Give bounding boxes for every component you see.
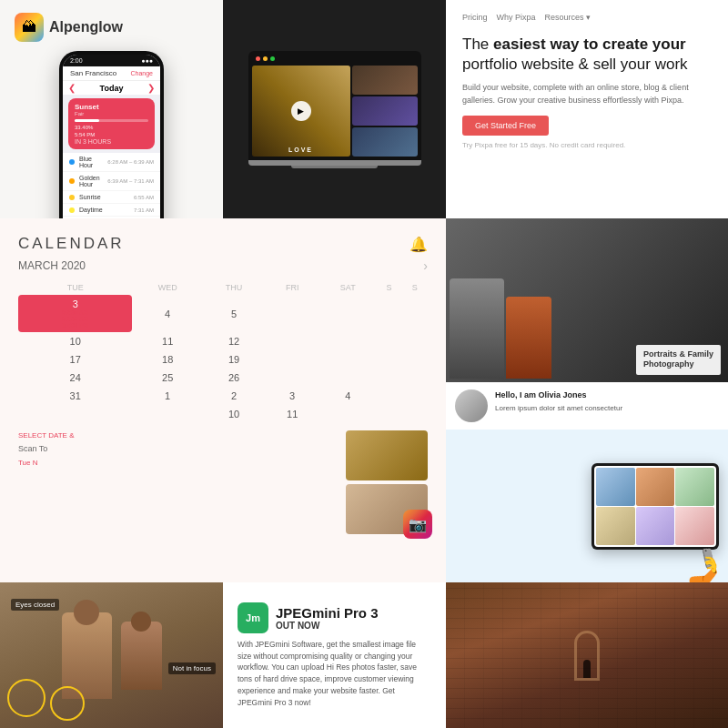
portfolio-sub: Build your website, complete with an onl…: [462, 82, 712, 106]
minimize-dot: [263, 56, 268, 61]
cal-day-4b[interactable]: 4: [319, 387, 376, 405]
calendar-bottom: SELECT DATE & Scan To Tue N 📷 ✦: [18, 430, 428, 534]
weekday-sun2: S: [402, 280, 428, 295]
cal-day-e2: -: [265, 332, 319, 350]
cal-day-19[interactable]: 19: [203, 350, 265, 369]
face-circle-1: [7, 679, 46, 717]
cal-day-4[interactable]: 4: [132, 295, 203, 332]
calendar-next-btn[interactable]: ›: [423, 258, 428, 273]
get-started-button[interactable]: Get Started Free: [462, 116, 549, 136]
cal-day-31[interactable]: 31: [18, 387, 132, 405]
list-item: Golden Hour 6:39 AM – 7:31 AM: [63, 172, 160, 191]
face-circle-2: [50, 686, 85, 721]
schedule-item-2: Scan To: [18, 444, 328, 453]
iphone-progress-track: [75, 119, 148, 122]
jpegmini-title-wrap: JPEGmini Pro 3 OUT NOW: [276, 605, 379, 631]
weekday-fri: FRI: [265, 280, 319, 295]
cal-day-10b[interactable]: 10: [203, 405, 265, 423]
iphone-screen: 2:00 ●●● San Francisco Change ❮ Today ❯ …: [63, 55, 160, 218]
jpegmini-header: Jm JPEGmini Pro 3 OUT NOW: [238, 602, 431, 633]
list-item: Daytime 7:31 AM: [63, 204, 160, 217]
alpenglow-title: Alpenglow: [49, 19, 123, 35]
building-background: [446, 582, 728, 728]
panel-video-editor: ▶ LOVE: [223, 0, 446, 218]
jpegmini-title: JPEGmini Pro 3: [276, 605, 379, 621]
photographer-name: Hello, I am Olivia Jones: [495, 389, 622, 401]
cal-day-e12: -: [376, 369, 401, 387]
cal-day-e10: -: [265, 369, 319, 387]
iphone-sunset-pct: 33.40%: [75, 125, 148, 130]
photo-hero: Portraits & Family Photography: [446, 218, 728, 382]
nav-pricing[interactable]: Pricing: [462, 13, 488, 22]
photographer-desc: Lorem ipsum dolor sit amet consectetur: [495, 404, 622, 412]
cal-day-2[interactable]: 2: [203, 387, 265, 405]
panel-jpegmini: Jm JPEGmini Pro 3 OUT NOW With JPEGmini …: [223, 582, 446, 728]
alpenglow-logo-icon: 🏔: [15, 13, 44, 42]
cal-day-17[interactable]: 17: [18, 350, 132, 369]
cal-day-25[interactable]: 25: [132, 369, 203, 387]
cal-day-e7: -: [319, 350, 376, 369]
person-silhouette: [583, 660, 591, 678]
item-time: 6:55 AM: [134, 195, 154, 200]
cal-day-12[interactable]: 12: [203, 332, 265, 350]
calendar-month-nav: MARCH 2020 ›: [18, 258, 428, 273]
jpegmini-description: With JPEGmini Software, get the smallest…: [238, 639, 431, 709]
item-label: Sunrise: [79, 194, 129, 200]
cal-day-3[interactable]: 308:30 AM08:35 AM10:30 PM: [18, 295, 132, 332]
laptop-foot: [291, 166, 378, 168]
cal-day-11[interactable]: 11: [132, 332, 203, 350]
item-time: 6:39 AM – 7:31 AM: [107, 178, 154, 184]
cal-day-e5: -: [402, 332, 428, 350]
cal-day-5[interactable]: 5: [203, 295, 265, 332]
iphone-change-btn[interactable]: Change: [130, 70, 153, 76]
instagram-badge[interactable]: 📷: [403, 510, 432, 539]
cal-day-18[interactable]: 18: [132, 350, 203, 369]
weekday-thu: THU: [203, 280, 265, 295]
cal-day-e17: -: [319, 405, 376, 423]
panel-alpenglow: 🏔 Alpenglow 2:00 ●●● San Francisco Chang…: [0, 0, 223, 218]
tablet-photo-4: [596, 507, 635, 545]
cal-day-11b[interactable]: 11: [265, 405, 319, 423]
jpegmini-logo: Jm: [238, 602, 268, 633]
cal-day-u: U: [18, 405, 132, 423]
iphone-location-row: San Francisco Change: [63, 66, 160, 81]
cal-day-e15: -: [402, 387, 428, 405]
calendar-table: TUE WED THU FRI SAT S S 308:30 AM08:35 A…: [18, 280, 428, 423]
cal-day-3b[interactable]: 3: [265, 387, 319, 405]
iphone-prev-btn[interactable]: ❮: [68, 83, 76, 93]
cal-day-26[interactable]: 26: [203, 369, 265, 387]
nav-resources[interactable]: Resources ▾: [545, 13, 592, 22]
panel-face-detection: Eyes closed Not in focus: [0, 582, 223, 728]
cal-day-1[interactable]: 1: [132, 387, 203, 405]
iphone-status-bar: 2:00 ●●●: [63, 55, 160, 66]
cal-day-e6: -: [265, 350, 319, 369]
iphone-next-btn[interactable]: ❯: [147, 83, 155, 93]
jpegmini-out-now: OUT NOW: [276, 621, 379, 631]
calendar-title: CALENDAR: [18, 235, 125, 253]
dot-icon: [69, 207, 75, 213]
iphone-progress-fill: [75, 119, 99, 122]
cal-day-10[interactable]: 10: [18, 332, 132, 350]
cal-day-s3: -: [402, 295, 428, 332]
tablet-photo-1: [596, 468, 635, 506]
cal-day-24[interactable]: 24: [18, 369, 132, 387]
close-dot: [256, 56, 260, 61]
schedule-time-1: SELECT DATE &: [18, 431, 75, 440]
iphone-today-label: Today: [100, 84, 124, 93]
play-button[interactable]: ▶: [291, 101, 311, 121]
weekday-sat: SAT: [319, 280, 376, 295]
item-time: 6:28 AM – 6:39 AM: [107, 159, 154, 165]
cal-day-e4: -: [376, 332, 401, 350]
panel-building: [446, 582, 728, 728]
dot-icon: [69, 159, 75, 165]
person-medium: [121, 622, 162, 690]
cal-day-e18: -: [376, 405, 401, 423]
cal-day-e3: -: [319, 332, 376, 350]
laptop-toolbar: [252, 55, 418, 63]
cal-day-e11: -: [319, 369, 376, 387]
panel-right-column: Portraits & Family Photography Hello, I …: [446, 218, 728, 582]
weekday-tue: TUE: [18, 280, 132, 295]
calendar-photos: 📷 ✦: [346, 430, 428, 534]
nav-why[interactable]: Why Pixpa: [497, 13, 536, 22]
calendar-header: CALENDAR 🔔: [18, 235, 428, 253]
